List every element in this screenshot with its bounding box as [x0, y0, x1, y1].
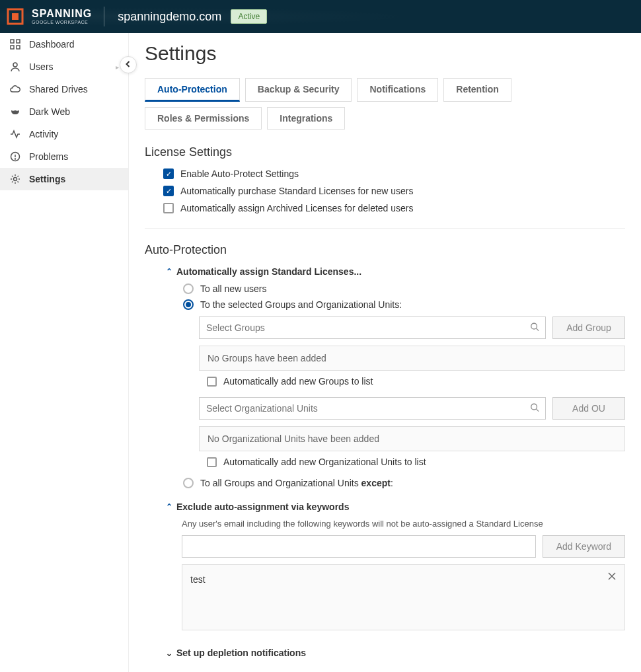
section-divider [145, 228, 625, 229]
header-divider [104, 7, 104, 26]
gear-icon [9, 173, 21, 185]
checkbox-auto-add-groups[interactable] [207, 377, 217, 387]
accordion-label: Exclude auto-assignment via keywords [176, 502, 349, 512]
checkbox-auto-purchase[interactable] [163, 186, 174, 196]
search-icon [530, 322, 539, 334]
svg-rect-5 [17, 46, 20, 49]
svg-point-9 [15, 159, 16, 159]
sidebar-item-problems[interactable]: Problems [0, 145, 128, 168]
accordion-exclude-keywords[interactable]: ⌃ Exclude auto-assignment via keywords [163, 502, 625, 512]
svg-rect-4 [11, 46, 14, 49]
logo-title: SPANNING [32, 9, 92, 19]
chevron-up-icon: ⌃ [163, 267, 175, 276]
sidebar-item-label: Problems [29, 151, 68, 162]
sidebar-item-settings[interactable]: Settings [0, 168, 128, 190]
chevron-left-icon [124, 59, 132, 70]
groups-empty-message: No Groups have been added [199, 346, 625, 371]
radio-label: To the selected Groups and Organizationa… [200, 299, 402, 310]
radio-label: To all new users [200, 283, 266, 294]
search-icon [530, 403, 539, 414]
add-group-button[interactable]: Add Group [552, 317, 625, 339]
add-keyword-button[interactable]: Add Keyword [543, 535, 625, 558]
license-settings-title: License Settings [145, 145, 625, 159]
label-auto-purchase: Automatically purchase Standard Licenses… [180, 186, 414, 196]
tab-roles-permissions[interactable]: Roles & Permissions [145, 107, 262, 130]
radio-all-new-users[interactable] [183, 283, 194, 294]
main-content: Settings Auto-Protection Backup & Securi… [129, 33, 641, 672]
close-icon [607, 572, 617, 581]
sidebar-item-dashboard[interactable]: Dashboard [0, 33, 128, 56]
auto-protection-title: Auto-Protection [145, 243, 625, 257]
svg-point-6 [13, 63, 17, 67]
user-icon [9, 61, 21, 73]
sidebar-item-label: Dark Web [29, 106, 70, 117]
label-auto-add-ous: Automatically add new Organizational Uni… [223, 457, 426, 467]
chevron-down-icon: ⌃ [163, 648, 175, 657]
sidebar-item-label: Activity [29, 129, 58, 139]
svg-point-13 [531, 404, 537, 410]
accordion-depletion-notifications[interactable]: ⌃ Set up depletion notifications [163, 648, 625, 658]
svg-rect-0 [8, 9, 22, 24]
select-ous-input[interactable] [199, 397, 546, 420]
checkbox-enable-auto-protect[interactable] [163, 168, 174, 179]
mask-icon [9, 106, 21, 118]
activity-icon [9, 128, 21, 140]
page-title: Settings [145, 42, 625, 65]
app-header: SPANNING GOOGLE WORKSPACE spanningdemo.c… [0, 0, 641, 33]
cloud-icon [9, 83, 21, 95]
tab-auto-protection[interactable]: Auto-Protection [145, 78, 240, 102]
sidebar-collapse-button[interactable] [120, 56, 137, 73]
svg-line-12 [537, 328, 539, 331]
sidebar-item-label: Settings [29, 174, 65, 184]
tab-notifications[interactable]: Notifications [357, 78, 438, 102]
sidebar-item-label: Dashboard [29, 39, 75, 50]
label-enable-auto-protect: Enable Auto-Protect Settings [180, 168, 299, 179]
accordion-assign-licenses[interactable]: ⌃ Automatically assign Standard Licenses… [163, 266, 625, 277]
sidebar-item-users[interactable]: Users ▸ [0, 56, 128, 78]
sidebar-item-shared-drives[interactable]: Shared Drives [0, 78, 128, 100]
chevron-right-icon: ▸ [116, 63, 119, 71]
domain-name: spanningdemo.com [118, 10, 221, 24]
svg-rect-3 [17, 40, 20, 43]
select-groups-input[interactable] [199, 317, 546, 339]
sidebar-item-dark-web[interactable]: Dark Web [0, 100, 128, 123]
checkbox-auto-add-ous[interactable] [207, 457, 217, 467]
tab-integrations[interactable]: Integrations [267, 107, 345, 130]
remove-keyword-button[interactable] [607, 572, 617, 583]
svg-rect-1 [12, 13, 19, 20]
sidebar-item-label: Users [29, 61, 54, 72]
exclude-description: Any user's email including the following… [182, 519, 625, 529]
tab-backup-security[interactable]: Backup & Security [245, 78, 352, 102]
keyword-pool: test [182, 564, 625, 630]
keyword-input[interactable] [182, 535, 536, 558]
sidebar: Dashboard Users ▸ Shared Drives Dark Web… [0, 33, 129, 672]
sidebar-item-activity[interactable]: Activity [0, 123, 128, 145]
radio-selected-groups[interactable] [183, 299, 194, 310]
svg-line-14 [537, 409, 539, 412]
grid-icon [9, 38, 21, 50]
logo-subtitle: GOOGLE WORKSPACE [32, 20, 92, 24]
label-auto-archive: Automatically assign Archived Licenses f… [180, 203, 414, 213]
logo-icon [5, 7, 25, 26]
svg-point-10 [14, 178, 17, 181]
logo-area: SPANNING GOOGLE WORKSPACE [0, 0, 104, 33]
label-auto-add-groups: Automatically add new Groups to list [223, 376, 373, 387]
accordion-label: Set up depletion notifications [176, 648, 306, 658]
svg-rect-2 [11, 40, 14, 43]
ous-empty-message: No Organizational Units have been added [199, 426, 625, 451]
info-icon [9, 151, 21, 163]
sidebar-item-label: Shared Drives [29, 84, 88, 94]
status-badge: Active [231, 9, 267, 24]
tab-retention[interactable]: Retention [443, 78, 511, 102]
svg-point-11 [531, 323, 537, 329]
keyword-chip: test [190, 574, 206, 585]
radio-all-except[interactable] [183, 478, 194, 488]
radio-label-except: To all Groups and Organizational Units e… [200, 478, 393, 488]
add-ou-button[interactable]: Add OU [552, 397, 625, 420]
settings-tabs: Auto-Protection Backup & Security Notifi… [145, 78, 625, 130]
checkbox-auto-archive[interactable] [163, 203, 174, 213]
chevron-up-icon: ⌃ [163, 502, 175, 511]
accordion-label: Automatically assign Standard Licenses..… [176, 266, 361, 277]
